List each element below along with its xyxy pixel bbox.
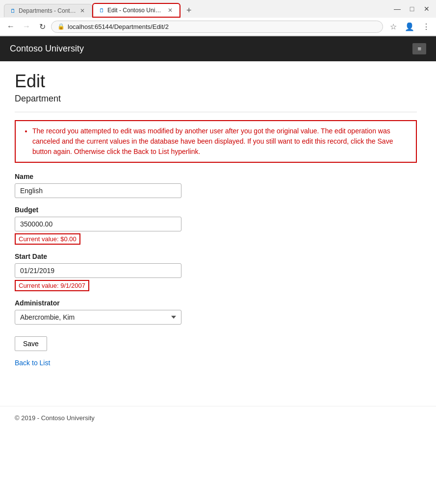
navigation-bar: ← → ↻ 🔒 localhost:65144/Departments/Edit…	[0, 18, 436, 36]
start-date-input[interactable]	[15, 263, 181, 278]
budget-current-value: Current value: $0.00	[15, 233, 80, 245]
back-button[interactable]: ←	[4, 20, 18, 33]
name-input[interactable]	[15, 183, 181, 198]
new-tab-button[interactable]: +	[182, 3, 196, 18]
tab-favicon-2: 🗒	[99, 7, 104, 13]
nav-toggle-button[interactable]: ≡	[412, 43, 426, 54]
start-date-field-group: Start Date Current value: 9/1/2007	[15, 252, 417, 291]
budget-input[interactable]	[15, 217, 181, 231]
divider	[15, 112, 417, 112]
tab-label-2: Edit - Contoso University	[107, 7, 164, 14]
tab-close-1[interactable]: ✕	[79, 7, 86, 14]
error-list: The record you attempted to edit was mod…	[23, 126, 409, 157]
tab-close-2[interactable]: ✕	[167, 7, 174, 14]
page-heading: Edit	[15, 71, 417, 92]
budget-field-group: Budget Current value: $0.00	[15, 206, 417, 245]
forward-button[interactable]: →	[20, 20, 33, 33]
bookmark-icon[interactable]: ☆	[388, 20, 399, 33]
back-to-list-link[interactable]: Back to List	[15, 359, 50, 367]
lock-icon: 🔒	[57, 23, 65, 30]
name-field-group: Name	[15, 173, 417, 198]
save-button[interactable]: Save	[15, 336, 47, 351]
page-content: Edit Department The record you attempted…	[0, 61, 432, 406]
page-subheading: Department	[15, 94, 417, 104]
close-button[interactable]: ✕	[421, 5, 432, 13]
address-bar[interactable]: 🔒 localhost:65144/Departments/Edit/2	[51, 21, 383, 33]
administrator-select[interactable]: Abercrombie, Kim Fakhouri, Fadi Harui, R…	[15, 310, 181, 325]
browser-chrome: 🗒 Departments - Contoso Universi… ✕ 🗒 Ed…	[0, 0, 436, 36]
edit-form: Name Budget Current value: $0.00 Start D…	[15, 173, 417, 386]
start-date-current-value: Current value: 9/1/2007	[15, 280, 89, 291]
minimize-button[interactable]: —	[392, 5, 403, 13]
footer: © 2019 - Contoso University	[0, 406, 436, 429]
account-icon[interactable]: 👤	[403, 20, 416, 33]
budget-label: Budget	[15, 206, 417, 214]
browser-menu-icon[interactable]: ⋮	[420, 20, 432, 33]
name-label: Name	[15, 173, 417, 180]
address-text: localhost:65144/Departments/Edit/2	[68, 23, 169, 30]
administrator-field-group: Administrator Abercrombie, Kim Fakhouri,…	[15, 299, 417, 325]
app-header: Contoso University ≡	[0, 36, 436, 61]
tab-bar: 🗒 Departments - Contoso Universi… ✕ 🗒 Ed…	[0, 0, 436, 18]
window-controls: — □ ✕	[392, 5, 432, 16]
app-title: Contoso University	[10, 44, 84, 54]
tab-favicon-1: 🗒	[10, 8, 16, 14]
nav-right-icons: ☆ 👤 ⋮	[385, 20, 432, 33]
refresh-button[interactable]: ↻	[35, 20, 49, 33]
tab-departments[interactable]: 🗒 Departments - Contoso Universi… ✕	[4, 4, 92, 17]
footer-text: © 2019 - Contoso University	[15, 414, 95, 422]
maximize-button[interactable]: □	[407, 5, 417, 13]
administrator-label: Administrator	[15, 299, 417, 307]
start-date-label: Start Date	[15, 252, 417, 260]
error-box: The record you attempted to edit was mod…	[15, 120, 417, 163]
error-message: The record you attempted to edit was mod…	[32, 126, 409, 157]
tab-edit[interactable]: 🗒 Edit - Contoso University ✕	[92, 3, 180, 18]
tab-label-1: Departments - Contoso Universi…	[19, 7, 76, 14]
